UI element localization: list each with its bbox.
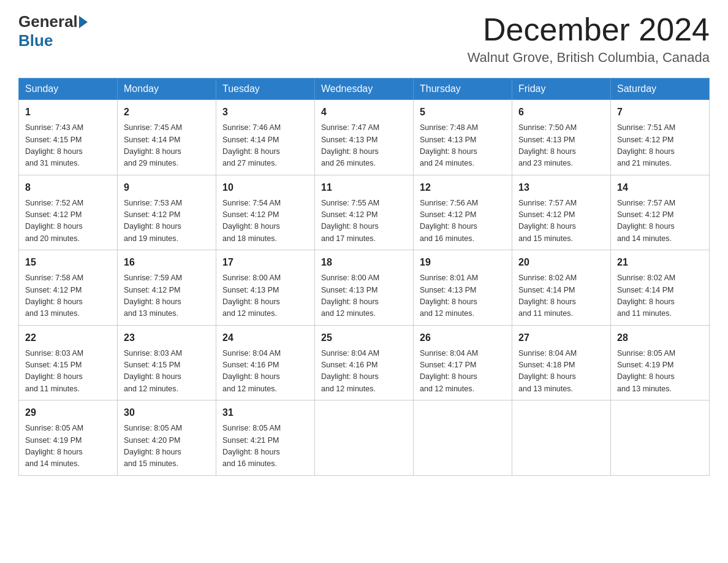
calendar-cell: 24Sunrise: 8:04 AMSunset: 4:16 PMDayligh… — [216, 325, 315, 400]
calendar-week-row: 22Sunrise: 8:03 AMSunset: 4:15 PMDayligh… — [19, 325, 710, 400]
calendar-cell: 14Sunrise: 7:57 AMSunset: 4:12 PMDayligh… — [611, 175, 710, 250]
day-number: 5 — [420, 105, 506, 120]
day-info: Sunrise: 7:57 AMSunset: 4:12 PMDaylight:… — [518, 197, 604, 245]
day-info: Sunrise: 8:04 AMSunset: 4:16 PMDaylight:… — [321, 348, 407, 396]
day-info: Sunrise: 7:53 AMSunset: 4:12 PMDaylight:… — [124, 197, 210, 245]
calendar-cell: 31Sunrise: 8:05 AMSunset: 4:21 PMDayligh… — [216, 400, 315, 476]
logo-general-text: General — [18, 12, 78, 31]
calendar-week-row: 8Sunrise: 7:52 AMSunset: 4:12 PMDaylight… — [19, 175, 710, 250]
day-number: 26 — [420, 331, 506, 345]
day-number: 28 — [617, 331, 703, 345]
header-wednesday: Wednesday — [315, 79, 414, 100]
header-saturday: Saturday — [611, 79, 710, 100]
day-info: Sunrise: 7:55 AMSunset: 4:12 PMDaylight:… — [321, 197, 407, 245]
day-number: 10 — [222, 180, 308, 195]
calendar-cell — [414, 400, 512, 476]
day-number: 19 — [420, 255, 506, 270]
day-number: 1 — [25, 105, 111, 120]
title-area: December 2024 Walnut Grove, British Colu… — [468, 12, 710, 66]
calendar-cell — [512, 400, 611, 476]
day-info: Sunrise: 7:47 AMSunset: 4:13 PMDaylight:… — [321, 122, 407, 170]
header-tuesday: Tuesday — [216, 79, 315, 100]
header-thursday: Thursday — [414, 79, 512, 100]
calendar-cell: 8Sunrise: 7:52 AMSunset: 4:12 PMDaylight… — [19, 175, 118, 250]
day-number: 13 — [518, 180, 604, 195]
calendar-cell: 10Sunrise: 7:54 AMSunset: 4:12 PMDayligh… — [216, 175, 315, 250]
day-number: 20 — [518, 255, 604, 270]
day-info: Sunrise: 7:59 AMSunset: 4:12 PMDaylight:… — [124, 272, 210, 320]
day-info: Sunrise: 8:02 AMSunset: 4:14 PMDaylight:… — [617, 272, 703, 320]
calendar-cell: 19Sunrise: 8:01 AMSunset: 4:13 PMDayligh… — [414, 250, 512, 326]
header-sunday: Sunday — [19, 79, 118, 100]
day-info: Sunrise: 7:48 AMSunset: 4:13 PMDaylight:… — [420, 122, 506, 170]
calendar-cell: 7Sunrise: 7:51 AMSunset: 4:12 PMDaylight… — [611, 100, 710, 175]
calendar-cell: 18Sunrise: 8:00 AMSunset: 4:13 PMDayligh… — [315, 250, 414, 326]
day-info: Sunrise: 8:05 AMSunset: 4:19 PMDaylight:… — [25, 423, 111, 470]
day-number: 11 — [321, 180, 407, 195]
header-friday: Friday — [512, 79, 611, 100]
calendar-cell: 13Sunrise: 7:57 AMSunset: 4:12 PMDayligh… — [512, 175, 611, 250]
calendar-cell: 28Sunrise: 8:05 AMSunset: 4:19 PMDayligh… — [611, 325, 710, 400]
calendar-cell: 29Sunrise: 8:05 AMSunset: 4:19 PMDayligh… — [19, 400, 118, 476]
day-number: 18 — [321, 255, 407, 270]
day-info: Sunrise: 7:52 AMSunset: 4:12 PMDaylight:… — [25, 197, 111, 245]
day-number: 2 — [124, 105, 210, 120]
calendar-cell: 2Sunrise: 7:45 AMSunset: 4:14 PMDaylight… — [118, 100, 216, 175]
day-info: Sunrise: 8:03 AMSunset: 4:15 PMDaylight:… — [124, 348, 210, 396]
calendar-cell: 17Sunrise: 8:00 AMSunset: 4:13 PMDayligh… — [216, 250, 315, 326]
calendar-week-row: 1Sunrise: 7:43 AMSunset: 4:15 PMDaylight… — [19, 100, 710, 175]
calendar-cell: 15Sunrise: 7:58 AMSunset: 4:12 PMDayligh… — [19, 250, 118, 326]
day-info: Sunrise: 8:02 AMSunset: 4:14 PMDaylight:… — [518, 272, 604, 320]
day-number: 25 — [321, 331, 407, 345]
day-number: 29 — [25, 405, 111, 420]
calendar-cell: 30Sunrise: 8:05 AMSunset: 4:20 PMDayligh… — [118, 400, 216, 476]
day-info: Sunrise: 7:58 AMSunset: 4:12 PMDaylight:… — [25, 272, 111, 320]
page-header: General Blue December 2024 Walnut Grove,… — [18, 12, 710, 66]
calendar-cell: 5Sunrise: 7:48 AMSunset: 4:13 PMDaylight… — [414, 100, 512, 175]
day-number: 14 — [617, 180, 703, 195]
day-number: 24 — [222, 331, 308, 345]
day-info: Sunrise: 8:04 AMSunset: 4:16 PMDaylight:… — [222, 348, 308, 396]
calendar-week-row: 15Sunrise: 7:58 AMSunset: 4:12 PMDayligh… — [19, 250, 710, 326]
calendar-table: SundayMondayTuesdayWednesdayThursdayFrid… — [18, 78, 710, 476]
day-number: 6 — [518, 105, 604, 120]
day-number: 9 — [124, 180, 210, 195]
day-info: Sunrise: 8:04 AMSunset: 4:17 PMDaylight:… — [420, 348, 506, 396]
day-number: 22 — [25, 331, 111, 345]
day-info: Sunrise: 7:50 AMSunset: 4:13 PMDaylight:… — [518, 122, 604, 170]
day-number: 16 — [124, 255, 210, 270]
day-number: 4 — [321, 105, 407, 120]
calendar-cell: 21Sunrise: 8:02 AMSunset: 4:14 PMDayligh… — [611, 250, 710, 326]
day-info: Sunrise: 7:43 AMSunset: 4:15 PMDaylight:… — [25, 122, 111, 170]
logo: General Blue — [18, 12, 89, 50]
day-info: Sunrise: 7:46 AMSunset: 4:14 PMDaylight:… — [222, 122, 308, 170]
day-number: 27 — [518, 331, 604, 345]
day-number: 17 — [222, 255, 308, 270]
calendar-cell: 1Sunrise: 7:43 AMSunset: 4:15 PMDaylight… — [19, 100, 118, 175]
day-number: 21 — [617, 255, 703, 270]
day-number: 30 — [124, 405, 210, 420]
day-info: Sunrise: 8:01 AMSunset: 4:13 PMDaylight:… — [420, 272, 506, 320]
day-info: Sunrise: 7:57 AMSunset: 4:12 PMDaylight:… — [617, 197, 703, 245]
header-monday: Monday — [118, 79, 216, 100]
day-info: Sunrise: 7:56 AMSunset: 4:12 PMDaylight:… — [420, 197, 506, 245]
day-info: Sunrise: 8:04 AMSunset: 4:18 PMDaylight:… — [518, 348, 604, 396]
calendar-cell — [611, 400, 710, 476]
day-number: 15 — [25, 255, 111, 270]
calendar-cell: 16Sunrise: 7:59 AMSunset: 4:12 PMDayligh… — [118, 250, 216, 326]
day-info: Sunrise: 8:03 AMSunset: 4:15 PMDaylight:… — [25, 348, 111, 396]
calendar-cell: 3Sunrise: 7:46 AMSunset: 4:14 PMDaylight… — [216, 100, 315, 175]
day-number: 12 — [420, 180, 506, 195]
day-info: Sunrise: 8:05 AMSunset: 4:21 PMDaylight:… — [222, 423, 308, 470]
day-info: Sunrise: 7:54 AMSunset: 4:12 PMDaylight:… — [222, 197, 308, 245]
calendar-week-row: 29Sunrise: 8:05 AMSunset: 4:19 PMDayligh… — [19, 400, 710, 476]
calendar-cell: 4Sunrise: 7:47 AMSunset: 4:13 PMDaylight… — [315, 100, 414, 175]
month-title: December 2024 — [468, 12, 710, 47]
calendar-cell: 9Sunrise: 7:53 AMSunset: 4:12 PMDaylight… — [118, 175, 216, 250]
calendar-cell: 12Sunrise: 7:56 AMSunset: 4:12 PMDayligh… — [414, 175, 512, 250]
day-number: 8 — [25, 180, 111, 195]
day-info: Sunrise: 7:45 AMSunset: 4:14 PMDaylight:… — [124, 122, 210, 170]
day-number: 3 — [222, 105, 308, 120]
calendar-cell: 26Sunrise: 8:04 AMSunset: 4:17 PMDayligh… — [414, 325, 512, 400]
day-info: Sunrise: 8:05 AMSunset: 4:19 PMDaylight:… — [617, 348, 703, 396]
